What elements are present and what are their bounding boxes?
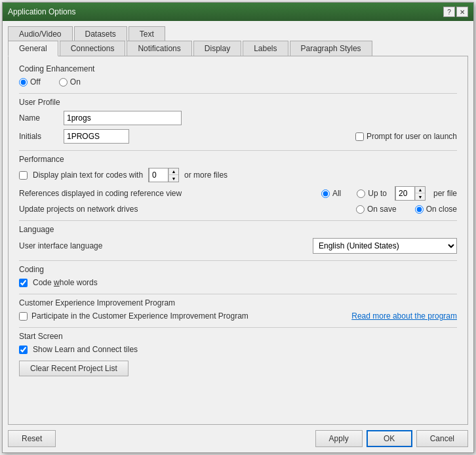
customer-experience-label: Participate in the Customer Experience I… — [31, 311, 248, 321]
title-bar-buttons: ? ✕ — [443, 7, 468, 17]
footer-right-buttons: Apply OK Cancel — [315, 430, 468, 447]
tab-notifications[interactable]: Notifications — [127, 41, 191, 56]
dialog-content: Audio/Video Datasets Text General Connec… — [3, 21, 473, 425]
coding-section: Coding Code whole words — [19, 265, 457, 287]
performance-title: Performance — [19, 155, 457, 164]
language-row: User interface language English (United … — [19, 238, 457, 254]
refs-all-radio[interactable] — [321, 189, 330, 198]
divider-4 — [19, 260, 457, 261]
radio-off-group: Off — [19, 77, 41, 87]
spinner-arrows: ▲ ▼ — [169, 168, 178, 182]
or-more-files-label: or more files — [184, 170, 228, 180]
tab-display[interactable]: Display — [193, 41, 241, 56]
code-whole-words-label: Code whole words — [33, 278, 98, 287]
language-section: Language User interface language English… — [19, 225, 457, 254]
language-select[interactable]: English (United States) German French Sp… — [313, 238, 457, 254]
tab-datasets[interactable]: Datasets — [74, 26, 127, 41]
files-spinner: ▲ ▼ — [148, 168, 179, 182]
spinner-down[interactable]: ▼ — [169, 175, 178, 182]
on-close-group: On close — [415, 205, 457, 214]
user-profile-section: User Profile Name Initials Prompt for us… — [19, 98, 457, 144]
upto-spinner-up[interactable]: ▲ — [416, 187, 425, 193]
display-plain-checkbox[interactable] — [19, 171, 28, 180]
divider-3 — [19, 220, 457, 221]
on-close-label: On close — [426, 205, 457, 214]
coding-enhancement-section: Coding Enhancement Off On — [19, 64, 457, 87]
tab-audiovideo[interactable]: Audio/Video — [8, 26, 73, 41]
refs-row: References displayed in coding reference… — [19, 186, 457, 201]
show-learn-label: Show Learn and Connect tiles — [33, 345, 138, 354]
tabs-upper: Audio/Video Datasets Text — [8, 26, 468, 41]
files-spinner-input[interactable] — [149, 168, 169, 182]
divider-6 — [19, 327, 457, 328]
name-label: Name — [19, 113, 58, 123]
application-options-dialog: Application Options ? ✕ Audio/Video Data… — [2, 2, 474, 453]
refs-label: References displayed in coding reference… — [19, 189, 182, 198]
refs-upto-group: Up to — [357, 189, 387, 198]
code-whole-words-checkbox[interactable] — [19, 279, 28, 287]
tab-connections[interactable]: Connections — [60, 41, 126, 56]
tab-text[interactable]: Text — [129, 26, 165, 41]
clear-recent-button[interactable]: Clear Recent Project List — [19, 361, 129, 376]
apply-button[interactable]: Apply — [315, 430, 363, 447]
tab-content: Coding Enhancement Off On User Profile — [8, 56, 468, 425]
dialog-title: Application Options — [8, 7, 75, 16]
on-save-radio[interactable] — [356, 205, 365, 214]
tab-paragraph-styles[interactable]: Paragraph Styles — [290, 41, 372, 56]
initials-input[interactable] — [64, 129, 129, 144]
tab-labels[interactable]: Labels — [243, 41, 288, 56]
initials-row: Initials Prompt for user on launch — [19, 129, 457, 144]
upto-spinner-arrows: ▲ ▼ — [415, 187, 425, 200]
coding-title: Coding — [19, 265, 457, 274]
on-save-group: On save — [356, 205, 397, 214]
display-plain-label: Display plain text for codes with — [33, 170, 143, 180]
performance-section: Performance Display plain text for codes… — [19, 155, 457, 214]
customer-experience-row: Participate in the Customer Experience I… — [19, 311, 457, 321]
show-learn-checkbox[interactable] — [19, 346, 28, 354]
start-screen-row: Show Learn and Connect tiles — [19, 345, 457, 354]
customer-experience-checkbox[interactable] — [19, 312, 28, 321]
ui-language-label: User interface language — [19, 241, 102, 250]
refs-upto-radio[interactable] — [357, 189, 365, 198]
cancel-button[interactable]: Cancel — [416, 430, 468, 447]
update-projects-row: Update projects on network drives On sav… — [19, 205, 457, 214]
start-screen-title: Start Screen — [19, 332, 457, 341]
prompt-checkbox-group: Prompt for user on launch — [355, 132, 457, 141]
upto-spinner: ▲ ▼ — [395, 186, 426, 201]
divider-5 — [19, 294, 457, 294]
prompt-user-checkbox[interactable] — [355, 132, 364, 141]
dialog-footer: Reset Apply OK Cancel — [3, 425, 473, 452]
on-close-radio[interactable] — [415, 205, 424, 214]
tab-general[interactable]: General — [8, 41, 58, 56]
spinner-up[interactable]: ▲ — [169, 168, 178, 175]
coding-enhancement-title: Coding Enhancement — [19, 64, 457, 73]
tabs-lower: General Connections Notifications Displa… — [8, 41, 468, 56]
coding-enhancement-on-label: On — [70, 77, 81, 87]
ok-button[interactable]: OK — [367, 430, 412, 447]
start-screen-section: Start Screen Show Learn and Connect tile… — [19, 332, 457, 354]
close-button[interactable]: ✕ — [456, 7, 468, 17]
radio-on-group: On — [59, 77, 81, 87]
initials-label: Initials — [19, 132, 58, 141]
name-row: Name — [19, 111, 457, 125]
upto-spinner-input[interactable] — [395, 186, 415, 201]
divider-2 — [19, 150, 457, 151]
customer-experience-section: Customer Experience Improvement Program … — [19, 298, 457, 321]
name-input[interactable] — [64, 111, 182, 125]
help-button[interactable]: ? — [443, 7, 455, 17]
refs-all-label: All — [332, 189, 341, 198]
read-more-link[interactable]: Read more about the program — [351, 311, 457, 321]
coding-enhancement-row: Off On — [19, 77, 457, 87]
user-profile-title: User Profile — [19, 98, 457, 107]
coding-enhancement-off-radio[interactable] — [19, 78, 28, 87]
on-save-label: On save — [367, 205, 397, 214]
customer-experience-title: Customer Experience Improvement Program — [19, 298, 457, 307]
coding-enhancement-on-radio[interactable] — [59, 78, 68, 87]
reset-button[interactable]: Reset — [8, 430, 56, 447]
prompt-user-label: Prompt for user on launch — [367, 132, 457, 141]
upto-spinner-down[interactable]: ▼ — [416, 193, 425, 200]
tabs-row: Audio/Video Datasets Text General Connec… — [8, 26, 468, 56]
refs-upto-label: Up to — [368, 189, 387, 198]
language-title: Language — [19, 225, 457, 234]
divider-1 — [19, 93, 457, 94]
